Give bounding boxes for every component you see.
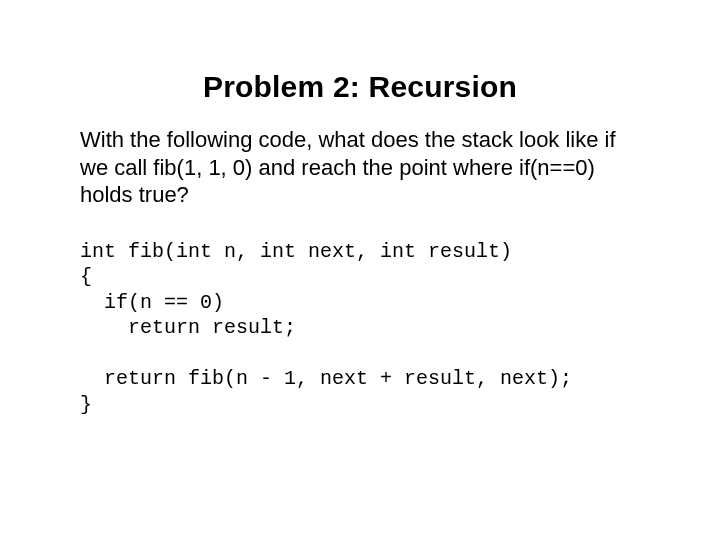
question-text: With the following code, what does the s… <box>80 126 640 209</box>
slide-title: Problem 2: Recursion <box>80 70 640 104</box>
slide: Problem 2: Recursion With the following … <box>0 0 720 540</box>
code-block: int fib(int n, int next, int result) { i… <box>80 239 640 418</box>
